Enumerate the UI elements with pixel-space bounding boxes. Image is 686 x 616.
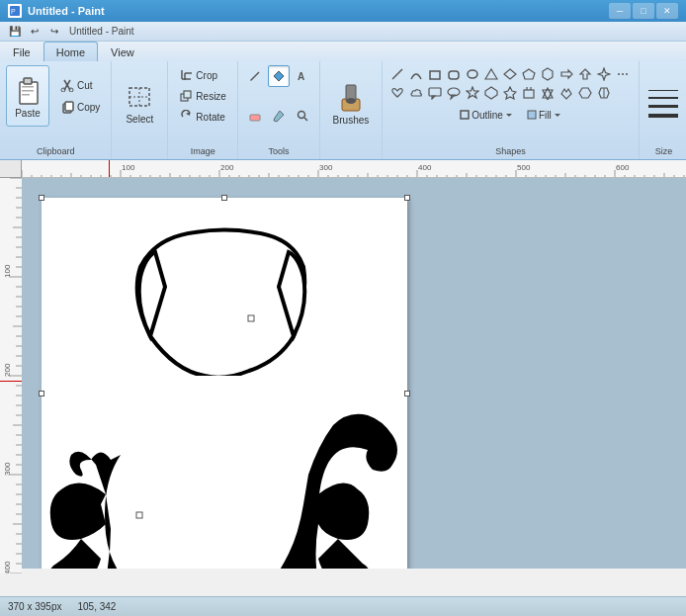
qa-redo-button[interactable]: ↪: [45, 24, 63, 40]
svg-marker-51: [485, 87, 497, 99]
magnify-button[interactable]: [292, 105, 313, 127]
tab-home[interactable]: Home: [43, 42, 98, 61]
crop-button[interactable]: Crop: [174, 65, 222, 85]
outline-fill-row: Outline Fill: [455, 106, 565, 124]
pentagon-shape[interactable]: [520, 65, 538, 83]
size-option-2[interactable]: [645, 96, 681, 100]
quick-access-toolbar: 💾 ↩ ↪ Untitled - Paint: [0, 22, 686, 42]
arrow-shape2[interactable]: [576, 65, 594, 83]
svg-marker-47: [432, 96, 435, 99]
svg-rect-62: [528, 111, 536, 119]
size-line-4: [648, 114, 678, 118]
brushes-content: Brushes: [326, 65, 376, 155]
size-line-1: [648, 90, 678, 91]
minimize-button[interactable]: ─: [609, 3, 631, 19]
outline-button[interactable]: Outline: [455, 106, 518, 124]
handle-mr[interactable]: [404, 391, 410, 396]
cut-button[interactable]: Cut: [55, 75, 105, 95]
shape11[interactable]: [576, 84, 594, 102]
shape9[interactable]: [539, 84, 557, 102]
star4-shape[interactable]: [595, 65, 613, 83]
brushes-button[interactable]: Brushes: [326, 73, 376, 134]
pencil-icon: [248, 69, 262, 83]
outline-dropdown-icon: [505, 111, 513, 119]
callout-rect[interactable]: [426, 84, 444, 102]
cut-icon: [60, 78, 74, 92]
text-button[interactable]: A: [292, 65, 313, 87]
shape12[interactable]: [595, 84, 613, 102]
size-content: [645, 65, 681, 155]
size-option-4[interactable]: [645, 113, 681, 119]
rotate-label: Rotate: [196, 112, 224, 123]
tools-label: Tools: [238, 146, 319, 156]
curve-shape[interactable]: [407, 65, 425, 83]
paste-label: Paste: [15, 108, 41, 119]
shapes-label: Shapes: [383, 146, 639, 156]
more-shapes[interactable]: [614, 65, 632, 83]
svg-marker-42: [598, 68, 610, 80]
clipboard-group: Paste Cut: [0, 61, 112, 159]
rotate-icon: [179, 110, 193, 124]
qa-save-button[interactable]: 💾: [6, 24, 24, 40]
shape10[interactable]: [557, 84, 575, 102]
svg-rect-53: [524, 90, 534, 98]
shapes-group: Outline Fill Shapes: [383, 61, 640, 159]
size-option-1[interactable]: [645, 89, 681, 92]
image-content: Crop Resize Rotate: [174, 65, 231, 155]
tab-view[interactable]: View: [98, 42, 147, 61]
copy-button[interactable]: Copy: [55, 97, 105, 117]
eraser-icon: [248, 109, 262, 123]
magnify-icon: [296, 109, 309, 123]
triangle-shape[interactable]: [482, 65, 500, 83]
rotate-button[interactable]: Rotate: [174, 107, 229, 127]
round-rect-shape[interactable]: [445, 65, 463, 83]
diamond-shape[interactable]: [501, 65, 519, 83]
qa-undo-button[interactable]: ↩: [26, 24, 43, 40]
pencil-button[interactable]: [244, 65, 266, 87]
handle-tc[interactable]: [221, 195, 227, 201]
hexagon-shape[interactable]: [539, 65, 557, 83]
select-button[interactable]: Select: [118, 73, 161, 134]
close-button[interactable]: ✕: [656, 3, 678, 19]
star5-shape[interactable]: [464, 84, 481, 102]
callout-round[interactable]: [445, 84, 463, 102]
fill-tool-button[interactable]: [268, 65, 290, 87]
canvas-drawing: [42, 198, 407, 569]
maximize-button[interactable]: □: [633, 3, 654, 19]
resize-button[interactable]: Resize: [174, 86, 231, 106]
ruler-container: [0, 160, 686, 178]
tools-group: A Tools: [238, 61, 320, 159]
line-shape[interactable]: [388, 65, 406, 83]
svg-marker-58: [579, 88, 591, 98]
svg-rect-21: [184, 91, 191, 98]
drawing-canvas[interactable]: [42, 198, 407, 569]
size-option-3[interactable]: [645, 104, 681, 109]
tab-file[interactable]: File: [0, 42, 43, 61]
select-icon: [126, 82, 153, 114]
shape7[interactable]: [501, 84, 519, 102]
arrow-right-shape[interactable]: [557, 65, 575, 83]
cloud-shape[interactable]: [407, 84, 425, 102]
ellipse-shape[interactable]: [464, 65, 481, 83]
fill-button[interactable]: Fill: [522, 106, 566, 124]
handle-ml[interactable]: [39, 391, 44, 396]
size-label: Size: [640, 146, 686, 156]
svg-rect-6: [22, 94, 30, 96]
shape8[interactable]: [520, 84, 538, 102]
rect-shape[interactable]: [426, 65, 444, 83]
eraser-button[interactable]: [244, 105, 266, 127]
canvas-scroll[interactable]: [22, 178, 686, 569]
color-pick-icon: [272, 109, 286, 123]
paste-button[interactable]: Paste: [6, 65, 49, 127]
resize-icon: [179, 89, 193, 103]
canvas-wrapper: [42, 198, 407, 569]
handle-tl[interactable]: [39, 195, 44, 201]
handle-tr[interactable]: [404, 195, 410, 201]
heart-shape[interactable]: [388, 84, 406, 102]
window-title: Untitled - Paint: [28, 5, 105, 17]
clipboard-content: Paste Cut: [6, 65, 105, 155]
cut-label: Cut: [77, 80, 93, 91]
canvas-area: [0, 178, 686, 569]
color-pick-button[interactable]: [268, 105, 290, 127]
shape6[interactable]: [482, 84, 500, 102]
